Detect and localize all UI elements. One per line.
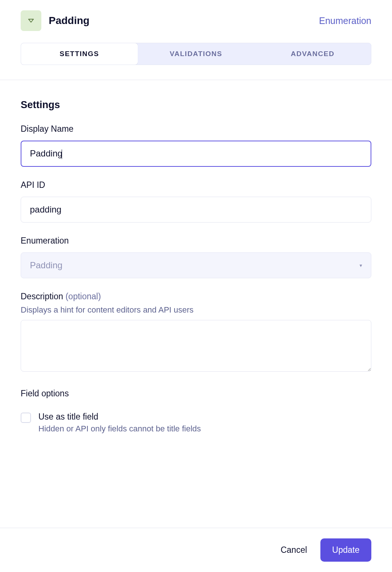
header-left: Padding: [21, 10, 89, 31]
enumeration-select[interactable]: Padding ▾: [21, 252, 371, 278]
cancel-button[interactable]: Cancel: [278, 541, 310, 559]
field-options-title: Field options: [21, 389, 371, 399]
option-label: Use as title field: [38, 412, 371, 422]
display-name-value: Padding: [30, 148, 62, 158]
dialog-footer: Cancel Update: [0, 528, 392, 572]
description-hint: Displays a hint for content editors and …: [21, 305, 371, 315]
tabs: SETTINGS VALIDATIONS ADVANCED: [21, 43, 371, 65]
update-button[interactable]: Update: [320, 538, 371, 562]
api-id-label: API ID: [21, 180, 371, 190]
option-use-as-title: Use as title field Hidden or API only fi…: [21, 412, 371, 434]
chevron-down-icon: ▾: [360, 262, 362, 268]
checkbox-use-as-title[interactable]: [21, 413, 31, 423]
option-text: Use as title field Hidden or API only fi…: [38, 412, 371, 434]
description-label-text: Description: [21, 292, 63, 301]
text-cursor: [62, 149, 62, 159]
settings-panel: Settings Display Name Padding API ID Enu…: [0, 80, 392, 445]
enumeration-label: Enumeration: [21, 236, 371, 246]
field-title: Padding: [49, 15, 89, 27]
description-group: Description (optional) Displays a hint f…: [21, 292, 371, 373]
enumeration-selected: Padding: [30, 260, 62, 271]
display-name-input[interactable]: Padding: [21, 141, 371, 167]
description-label: Description (optional): [21, 292, 371, 301]
display-name-label: Display Name: [21, 124, 371, 134]
description-optional-tag: (optional): [65, 292, 101, 301]
enumeration-group: Enumeration Padding ▾: [21, 236, 371, 278]
api-id-group: API ID: [21, 180, 371, 223]
section-title: Settings: [21, 99, 371, 111]
dialog-header: Padding Enumeration: [0, 0, 392, 31]
enumeration-icon: [21, 10, 41, 31]
tab-validations[interactable]: VALIDATIONS: [138, 43, 254, 65]
display-name-group: Display Name Padding: [21, 124, 371, 167]
api-id-input[interactable]: [21, 197, 371, 223]
tab-settings[interactable]: SETTINGS: [21, 43, 138, 65]
tab-advanced[interactable]: ADVANCED: [254, 43, 371, 65]
description-textarea[interactable]: [21, 320, 371, 372]
field-type-label: Enumeration: [319, 15, 371, 26]
option-desc: Hidden or API only fields cannot be titl…: [38, 424, 371, 434]
